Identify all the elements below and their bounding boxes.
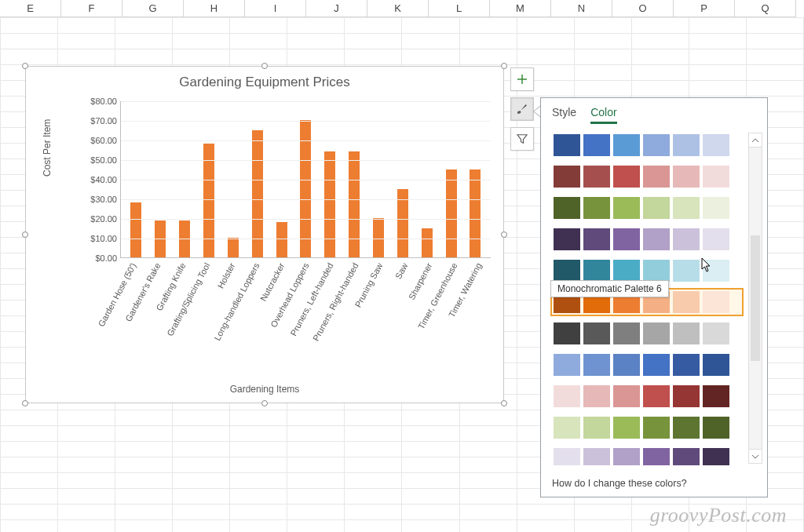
palette-row[interactable]	[550, 319, 744, 348]
scrollbar-thumb[interactable]	[751, 235, 760, 361]
palette-swatch[interactable]	[673, 228, 700, 250]
palette-swatch[interactable]	[583, 134, 610, 156]
palette-swatch[interactable]	[643, 354, 670, 376]
palette-swatch[interactable]	[703, 166, 729, 188]
palette-swatch[interactable]	[554, 260, 580, 282]
palette-swatch[interactable]	[673, 134, 700, 156]
column-header[interactable]: M	[490, 0, 551, 16]
palette-swatch[interactable]	[673, 166, 700, 188]
palette-swatch[interactable]	[643, 228, 670, 250]
chart-styles-button[interactable]	[510, 97, 534, 121]
palette-swatch[interactable]	[673, 260, 700, 282]
palette-swatch[interactable]	[703, 228, 729, 250]
bar[interactable]	[373, 218, 384, 257]
palette-swatch[interactable]	[613, 322, 640, 344]
palette-swatch[interactable]	[554, 166, 580, 188]
resize-handle[interactable]	[261, 63, 268, 69]
palette-swatch[interactable]	[613, 197, 640, 219]
palette-list[interactable]	[550, 131, 744, 465]
x-axis-title[interactable]: Gardening Items	[26, 384, 503, 395]
palette-swatch[interactable]	[583, 448, 610, 465]
palette-swatch[interactable]	[583, 197, 610, 219]
resize-handle[interactable]	[501, 400, 507, 406]
palette-swatch[interactable]	[613, 385, 640, 407]
resize-handle[interactable]	[501, 231, 507, 238]
palette-swatch[interactable]	[703, 291, 729, 313]
chart-filter-button[interactable]	[510, 127, 534, 151]
palette-swatch[interactable]	[583, 260, 610, 282]
palette-row[interactable]	[550, 131, 744, 159]
chart-object[interactable]: Gardening Equipment Prices Cost Per Item…	[25, 66, 504, 403]
resize-handle[interactable]	[501, 63, 507, 69]
column-header[interactable]: N	[551, 0, 612, 16]
palette-swatch[interactable]	[613, 354, 640, 376]
palette-swatch[interactable]	[613, 260, 640, 282]
palette-row[interactable]	[550, 382, 744, 410]
palette-swatch[interactable]	[703, 448, 729, 465]
y-axis-title[interactable]: Cost Per Item	[42, 119, 53, 177]
column-header[interactable]: P	[674, 0, 735, 16]
palette-swatch[interactable]	[583, 354, 610, 376]
panel-help-link[interactable]: How do I change these colors?	[552, 478, 687, 489]
palette-swatch[interactable]	[643, 197, 670, 219]
palette-swatch[interactable]	[643, 166, 670, 188]
bar[interactable]	[228, 238, 239, 257]
palette-swatch[interactable]	[673, 291, 700, 313]
scroll-up-button[interactable]	[749, 133, 762, 148]
palette-swatch[interactable]	[643, 260, 670, 282]
palette-swatch[interactable]	[703, 197, 729, 219]
column-header[interactable]: H	[184, 0, 245, 16]
column-header[interactable]: O	[612, 0, 674, 16]
palette-swatch[interactable]	[613, 134, 640, 156]
resize-handle[interactable]	[22, 400, 28, 406]
palette-swatch[interactable]	[703, 260, 729, 282]
palette-swatch[interactable]	[703, 354, 729, 376]
tab-style[interactable]: Style	[552, 106, 576, 124]
palette-swatch[interactable]	[613, 166, 640, 188]
bar[interactable]	[446, 169, 457, 258]
palette-row[interactable]	[550, 194, 744, 222]
palette-swatch[interactable]	[613, 448, 640, 465]
palette-row[interactable]	[550, 445, 744, 465]
palette-row[interactable]	[550, 225, 744, 253]
column-header[interactable]: G	[122, 0, 184, 16]
palette-swatch[interactable]	[643, 448, 670, 465]
resize-handle[interactable]	[22, 63, 28, 69]
palette-swatch[interactable]	[673, 322, 700, 344]
palette-swatch[interactable]	[673, 385, 700, 407]
column-header[interactable]: Q	[735, 0, 796, 16]
palette-swatch[interactable]	[643, 134, 670, 156]
palette-swatch[interactable]	[554, 197, 580, 219]
palette-swatch[interactable]	[643, 385, 670, 407]
palette-swatch[interactable]	[613, 417, 640, 439]
palette-swatch[interactable]	[643, 322, 670, 344]
palette-swatch[interactable]	[703, 322, 729, 344]
column-header[interactable]: F	[61, 0, 122, 16]
palette-swatch[interactable]	[583, 322, 610, 344]
palette-row[interactable]	[550, 351, 744, 379]
panel-scrollbar[interactable]	[748, 133, 762, 464]
palette-swatch[interactable]	[613, 228, 640, 250]
tab-color[interactable]: Color	[590, 106, 616, 124]
palette-swatch[interactable]	[673, 448, 700, 465]
palette-swatch[interactable]	[673, 197, 700, 219]
palette-swatch[interactable]	[554, 322, 580, 344]
palette-swatch[interactable]	[673, 354, 700, 376]
plot-area[interactable]	[120, 101, 491, 258]
palette-swatch[interactable]	[583, 417, 610, 439]
resize-handle[interactable]	[261, 400, 268, 406]
column-header[interactable]: K	[367, 0, 429, 16]
palette-row[interactable]	[550, 414, 744, 442]
scroll-down-button[interactable]	[749, 449, 762, 463]
palette-swatch[interactable]	[554, 134, 580, 156]
palette-swatch[interactable]	[583, 228, 610, 250]
bar[interactable]	[422, 228, 433, 258]
column-header[interactable]: I	[245, 0, 306, 16]
chart-add-element-button[interactable]	[510, 67, 534, 91]
palette-swatch[interactable]	[554, 228, 580, 250]
bar[interactable]	[470, 169, 481, 258]
palette-swatch[interactable]	[643, 417, 670, 439]
bar[interactable]	[349, 151, 360, 257]
palette-swatch[interactable]	[583, 385, 610, 407]
bar[interactable]	[276, 222, 287, 257]
